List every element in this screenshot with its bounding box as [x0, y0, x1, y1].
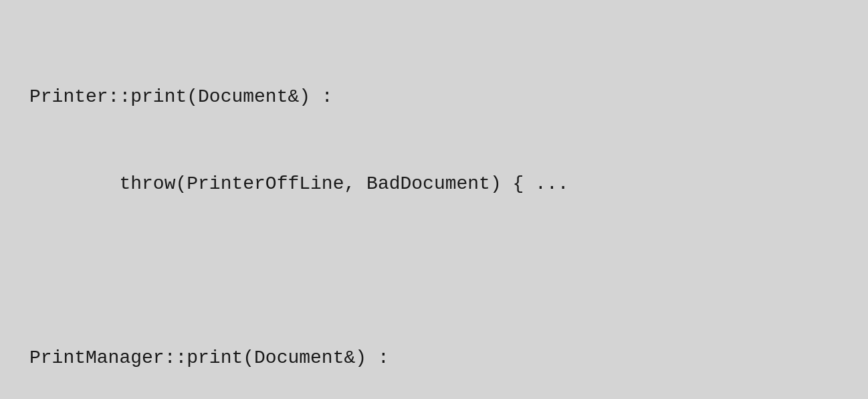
- code-line-1: Printer::print(Document&) :: [29, 82, 839, 111]
- code-line-2: throw(PrinterOffLine, BadDocument) { ...: [29, 169, 839, 198]
- code-content: Printer::print(Document&) : throw(Printe…: [29, 24, 839, 399]
- code-line-4: PrintManager::print(Document&) :: [29, 343, 839, 372]
- code-line-3: [29, 256, 839, 285]
- code-display: Printer::print(Document&) : throw(Printe…: [0, 0, 868, 399]
